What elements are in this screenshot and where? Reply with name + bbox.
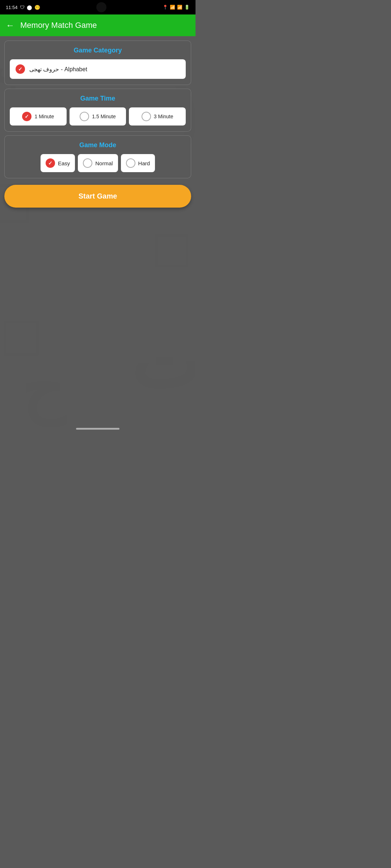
time-label-1min: 1 Minute xyxy=(34,114,54,119)
time-display: 11:54 xyxy=(6,5,18,10)
app-title: Memory Match Game xyxy=(20,21,97,30)
time-radio-1-5min-unchecked xyxy=(80,112,89,121)
start-game-button[interactable]: Start Game xyxy=(4,185,191,208)
face-icon: 😶 xyxy=(34,5,40,10)
mode-option-normal[interactable]: Normal xyxy=(78,154,118,172)
category-option-alphabet[interactable]: Alphabet - حروف تهجی xyxy=(10,59,186,79)
time-radio-3min-unchecked xyxy=(142,112,151,121)
mode-radio-normal-unchecked xyxy=(83,158,92,168)
game-time-card: Game Time 1 Minute 1.5 Minute 3 Minute xyxy=(4,89,191,132)
bg-letter-6: ت xyxy=(131,321,196,405)
wifi-icon: 📶 xyxy=(170,5,175,10)
time-options-row: 1 Minute 1.5 Minute 3 Minute xyxy=(10,107,186,125)
mode-label-normal: Normal xyxy=(95,160,113,166)
mode-option-hard[interactable]: Hard xyxy=(121,154,155,172)
back-button[interactable]: ← xyxy=(6,20,14,30)
status-bar-right: 📍 📶 📶 🔋 xyxy=(163,5,190,10)
mode-radio-hard-unchecked xyxy=(126,158,135,168)
bg-letter-4: □ xyxy=(155,217,188,280)
status-bar-left: 11:54 🛡 ⬤ 😶 xyxy=(6,5,40,10)
mode-label-hard: Hard xyxy=(138,160,150,166)
camera-notch xyxy=(96,2,106,12)
home-indicator xyxy=(76,428,119,430)
game-mode-title: Game Mode xyxy=(10,141,186,149)
time-option-1min[interactable]: 1 Minute xyxy=(10,107,67,125)
location-icon: 📍 xyxy=(163,5,168,10)
battery-icon: 🔋 xyxy=(184,5,190,10)
time-radio-1min-checked xyxy=(22,112,31,121)
game-mode-card: Game Mode Easy Normal Hard xyxy=(4,135,191,178)
game-category-card: Game Category Alphabet - حروف تهجی xyxy=(4,41,191,85)
app-bar: ← Memory Match Game xyxy=(0,14,196,36)
mode-options-row: Easy Normal Hard xyxy=(10,154,186,172)
time-label-1-5min: 1.5 Minute xyxy=(92,114,115,119)
circle-icon: ⬤ xyxy=(27,5,32,10)
start-game-label: Start Game xyxy=(79,192,117,200)
category-radio-checked xyxy=(16,64,25,74)
game-category-title: Game Category xyxy=(10,47,186,54)
bg-letter-7: ح xyxy=(22,351,64,427)
mode-option-easy[interactable]: Easy xyxy=(41,154,75,172)
game-time-title: Game Time xyxy=(10,95,186,102)
time-option-1-5min[interactable]: 1.5 Minute xyxy=(70,107,126,125)
category-label-alphabet: Alphabet - حروف تهجی xyxy=(29,66,87,73)
mode-radio-easy-checked xyxy=(46,158,55,168)
mode-label-easy: Easy xyxy=(58,160,70,166)
shield-icon: 🛡 xyxy=(20,5,25,10)
time-option-3min[interactable]: 3 Minute xyxy=(129,107,186,125)
status-bar: 11:54 🛡 ⬤ 😶 📍 📶 📶 🔋 xyxy=(0,0,196,14)
signal-icon: 📶 xyxy=(177,5,182,10)
main-content: Game Category Alphabet - حروف تهجی Game … xyxy=(0,36,196,215)
time-label-3min: 3 Minute xyxy=(154,114,173,119)
